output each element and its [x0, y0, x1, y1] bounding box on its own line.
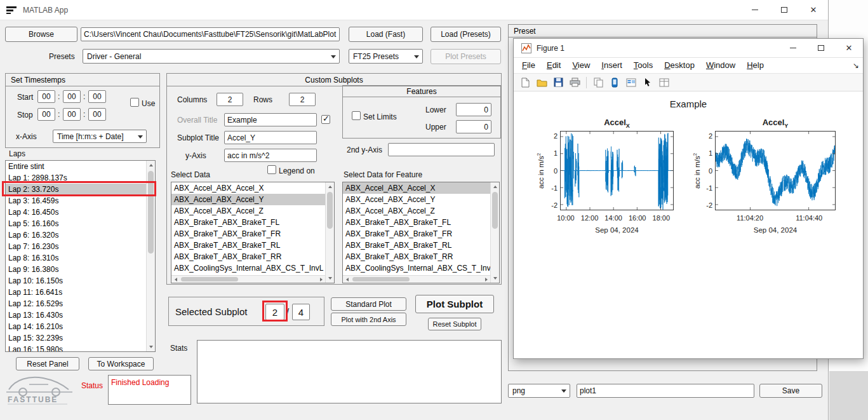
maximize-icon[interactable]	[770, 0, 799, 20]
reset-panel-button[interactable]: Reset Panel	[16, 357, 79, 370]
list-item[interactable]: Lap 15: 32.239s	[6, 332, 146, 344]
list-item[interactable]: Lap 4: 16.450s	[6, 207, 146, 218]
scrollbar-thumb[interactable]	[492, 192, 498, 229]
scroll-right-icon[interactable]	[482, 276, 490, 283]
overall-title-field[interactable]	[224, 113, 317, 126]
scroll-left-icon[interactable]	[343, 276, 351, 283]
selected-subplot-field[interactable]	[265, 304, 284, 320]
lower-field[interactable]	[456, 103, 491, 116]
plot-2nd-axis-button[interactable]: Plot with 2nd Axis	[331, 313, 406, 326]
minimize-icon[interactable]	[740, 0, 770, 20]
list-item[interactable]: ABX_CoolingSys_Internal_ABX_CS_T_InvL	[343, 262, 490, 274]
start-hour-field[interactable]	[37, 90, 55, 103]
list-item[interactable]: ABX_BrakeT_ABX_BrakeT_FL	[343, 217, 490, 228]
select-data-vscroll[interactable]	[325, 182, 334, 283]
list-item[interactable]: ABX_Accel_ABX_Accel_Z	[343, 205, 490, 217]
second-y-axis-field[interactable]	[388, 143, 495, 156]
property-inspector-icon[interactable]	[658, 76, 671, 89]
copy-figure-icon[interactable]	[592, 76, 604, 89]
list-item[interactable]: Lap 13: 16.430s	[6, 309, 146, 321]
list-item[interactable]: Lap 3: 16.459s	[6, 195, 146, 207]
reset-subplot-button[interactable]: Reset Subplot	[428, 318, 481, 330]
list-item[interactable]: ABX_CoolingSys_Internal_ABX_CS_T_InvL	[171, 262, 325, 274]
overall-title-checkbox[interactable]	[321, 115, 330, 124]
dock-figure-icon[interactable]: ↘	[853, 61, 859, 70]
list-item[interactable]: Lap 14: 16.210s	[6, 321, 146, 332]
scroll-up-icon[interactable]	[491, 182, 500, 191]
legend-checkbox[interactable]	[267, 165, 276, 174]
list-item[interactable]: Lap 10: 16.150s	[6, 275, 146, 287]
columns-field[interactable]	[217, 93, 243, 106]
feature-data-vscroll[interactable]	[490, 182, 499, 283]
list-item[interactable]: Entire stint	[6, 161, 146, 172]
list-item[interactable]: ABX_Accel_ABX_Accel_Y	[343, 194, 490, 205]
menu-insert[interactable]: Insert	[596, 58, 628, 73]
print-figure-icon[interactable]	[568, 76, 581, 89]
list-item[interactable]: ABX_BrakeT_ABX_BrakeT_RR	[171, 251, 325, 262]
scroll-up-icon[interactable]	[147, 161, 156, 170]
y-axis-field[interactable]	[224, 149, 317, 162]
path-input[interactable]	[81, 27, 340, 41]
scroll-down-icon[interactable]	[491, 274, 500, 283]
close-icon[interactable]: ✕	[835, 39, 863, 57]
save-button[interactable]: Save	[759, 384, 822, 398]
to-workspace-button[interactable]: To Workspace	[88, 357, 154, 370]
list-item[interactable]: ABX_BrakeT_ABX_BrakeT_RL	[343, 240, 490, 251]
filename-field[interactable]	[577, 384, 754, 398]
open-file-icon[interactable]	[535, 76, 548, 89]
axes-accel-x[interactable]	[560, 131, 674, 210]
laps-listbox[interactable]: Entire stintLap 1: 2898.137sLap 2: 33.72…	[5, 160, 156, 352]
feature-data-hscroll[interactable]	[343, 275, 490, 283]
axes-accel-y[interactable]	[715, 131, 836, 210]
scrollbar-thumb[interactable]	[181, 277, 238, 281]
scroll-up-icon[interactable]	[326, 182, 335, 191]
plot-presets-button[interactable]: Plot Presets	[431, 49, 501, 64]
close-icon[interactable]: ✕	[799, 0, 828, 20]
plot-subplot-button[interactable]: Plot Subplot	[415, 295, 494, 313]
list-item[interactable]: Lap 16: 15.980s	[6, 344, 146, 351]
scroll-down-icon[interactable]	[147, 342, 156, 351]
menu-view[interactable]: View	[566, 58, 596, 73]
rows-field[interactable]	[289, 93, 316, 106]
list-item[interactable]: Lap 12: 16.529s	[6, 298, 146, 309]
list-item[interactable]: Lap 7: 16.230s	[6, 241, 146, 252]
list-item[interactable]: ABX_Accel_ABX_Accel_X	[171, 182, 325, 194]
list-item[interactable]: Lap 2: 33.720s	[6, 184, 146, 195]
menu-edit[interactable]: Edit	[541, 58, 566, 73]
load-fast-button[interactable]: Load (Fast)	[349, 27, 423, 42]
list-item[interactable]: ABX_Accel_ABX_Accel_X	[343, 182, 490, 194]
list-item[interactable]: ABX_BrakeT_ABX_BrakeT_FR	[343, 228, 490, 240]
list-item[interactable]: ABX_Accel_ABX_Accel_Y	[171, 194, 325, 205]
edit-plot-icon[interactable]	[641, 76, 654, 89]
stop-minute-field[interactable]	[63, 108, 81, 121]
upper-field[interactable]	[456, 120, 491, 133]
list-item[interactable]: Lap 1: 2898.137s	[6, 172, 146, 184]
set-limits-checkbox[interactable]	[352, 111, 361, 120]
layout-icon[interactable]	[625, 76, 638, 89]
menu-tools[interactable]: Tools	[628, 58, 658, 73]
load-presets-button[interactable]: Load (Presets)	[431, 27, 501, 42]
subplot-total-field[interactable]	[292, 304, 310, 320]
x-axis-dropdown[interactable]: Time [h:m:s + Date]	[53, 130, 147, 143]
new-figure-icon[interactable]	[519, 76, 531, 89]
list-item[interactable]: Lap 11: 16.641s	[6, 287, 146, 298]
feature-data-listbox[interactable]: ABX_Accel_ABX_Accel_XABX_Accel_ABX_Accel…	[342, 182, 500, 283]
scrollbar-thumb[interactable]	[148, 171, 154, 254]
mobile-connect-icon[interactable]	[608, 76, 621, 89]
list-item[interactable]: Lap 5: 16.160s	[6, 218, 146, 229]
use-checkbox[interactable]	[130, 98, 139, 107]
ft25-presets-dropdown[interactable]: FT25 Presets	[349, 49, 423, 64]
list-item[interactable]: ABX_BrakeT_ABX_BrakeT_FR	[171, 228, 325, 240]
select-data-hscroll[interactable]	[171, 275, 325, 283]
stop-hour-field[interactable]	[37, 108, 55, 121]
laps-scrollbar[interactable]	[146, 161, 155, 351]
menu-help[interactable]: Help	[741, 58, 770, 73]
preset-dropdown[interactable]: Driver - General	[83, 49, 340, 64]
save-figure-icon[interactable]	[552, 76, 564, 89]
scrollbar-thumb[interactable]	[327, 192, 333, 229]
menu-window[interactable]: Window	[700, 58, 741, 73]
list-item[interactable]: ABX_BrakeT_ABX_BrakeT_RL	[171, 240, 325, 251]
list-item[interactable]: Lap 6: 16.320s	[6, 229, 146, 241]
select-data-listbox[interactable]: ABX_Accel_ABX_Accel_XABX_Accel_ABX_Accel…	[171, 182, 335, 283]
minimize-icon[interactable]	[779, 39, 807, 57]
